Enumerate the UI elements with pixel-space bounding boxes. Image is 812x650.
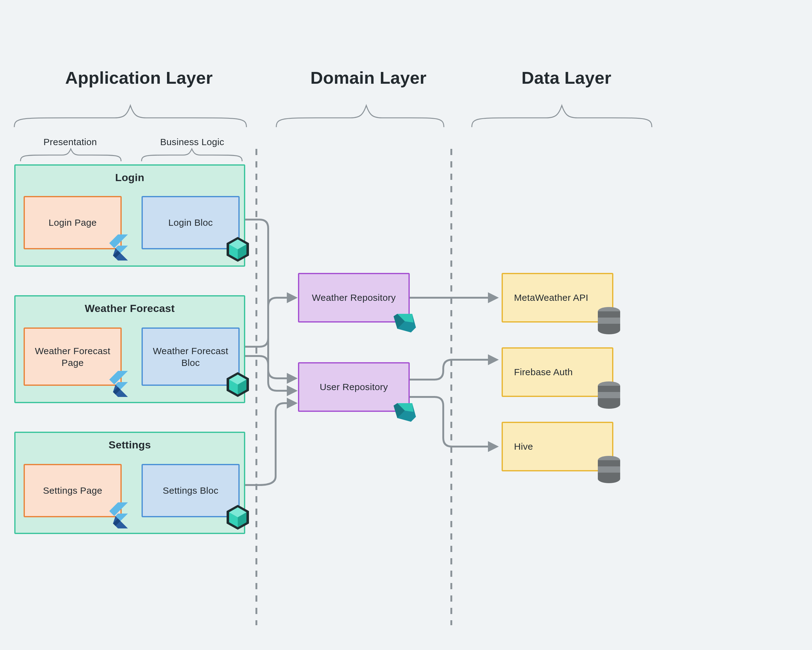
database-icon: [596, 381, 622, 409]
login-feature-title: Login: [15, 172, 244, 184]
database-icon: [596, 306, 622, 335]
dart-logo-icon: [392, 398, 417, 423]
bloc-cube-icon: [225, 236, 250, 263]
weather-bloc-label: Weather Forecast Bloc: [143, 329, 238, 385]
settings-bloc-box: Settings Bloc: [142, 464, 240, 517]
flutter-logo-icon: [105, 502, 128, 530]
weather-bloc-box: Weather Forecast Bloc: [142, 327, 240, 386]
flutter-logo-icon: [105, 234, 128, 262]
bloc-cube-icon: [225, 504, 250, 531]
weather-feature-title: Weather Forecast: [15, 303, 244, 315]
settings-bloc-label: Settings Bloc: [143, 465, 238, 516]
domain-layer-title: Domain Layer: [310, 68, 426, 88]
flutter-logo-icon: [105, 371, 128, 398]
application-layer-title: Application Layer: [65, 68, 213, 88]
data-layer-title: Data Layer: [522, 68, 612, 88]
settings-feature-title: Settings: [15, 439, 244, 452]
login-bloc-label: Login Bloc: [143, 197, 238, 248]
bloc-cube-icon: [225, 371, 250, 398]
presentation-sublayer-title: Presentation: [43, 137, 97, 147]
login-bloc-box: Login Bloc: [142, 196, 240, 249]
dart-logo-icon: [392, 309, 417, 334]
database-icon: [596, 455, 622, 484]
business-logic-sublayer-title: Business Logic: [160, 137, 224, 147]
